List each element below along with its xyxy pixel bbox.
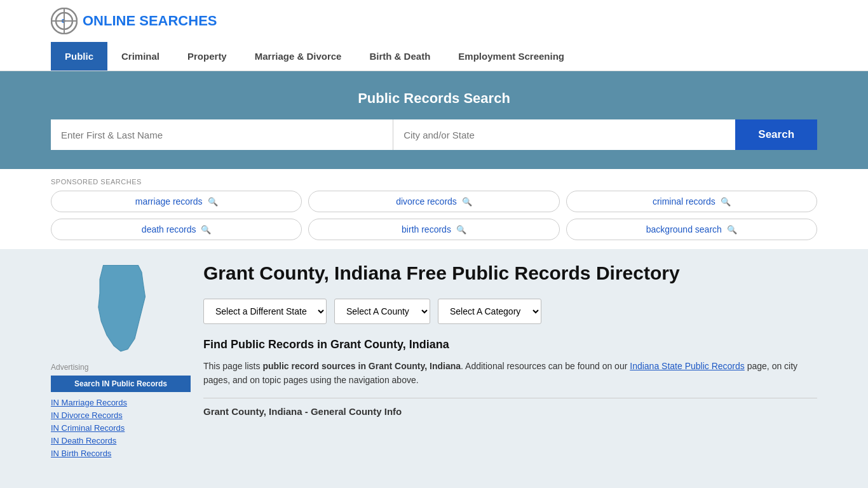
sidebar-link-birth[interactable]: IN Birth Records bbox=[51, 449, 111, 458]
state-map bbox=[86, 262, 156, 353]
search-icon-1: 🔍 bbox=[208, 197, 218, 207]
find-title: Find Public Records in Grant County, Ind… bbox=[203, 338, 817, 351]
sidebar-link-divorce[interactable]: IN Divorce Records bbox=[51, 410, 123, 420]
find-text-1: This page lists bbox=[203, 361, 262, 371]
ad-button[interactable]: Search IN Public Records bbox=[51, 376, 191, 392]
search-icon-4: 🔍 bbox=[201, 225, 211, 234]
sponsored-birth[interactable]: birth records 🔍 bbox=[308, 219, 559, 240]
nav-birth-death[interactable]: Birth & Death bbox=[355, 42, 444, 71]
search-icon-2: 🔍 bbox=[462, 197, 472, 207]
sponsored-section: SPONSORED SEARCHES marriage records 🔍 di… bbox=[0, 169, 868, 249]
ad-label: Advertising bbox=[51, 363, 191, 372]
nav-public[interactable]: Public bbox=[51, 42, 107, 71]
logo-searches: SEARCHES bbox=[139, 13, 217, 29]
logo-online: ONLINE bbox=[83, 13, 135, 29]
search-form: Search bbox=[51, 119, 817, 150]
sponsored-divorce-link[interactable]: divorce records bbox=[396, 196, 457, 207]
category-dropdown[interactable]: Select A Category bbox=[438, 299, 541, 324]
sponsored-criminal-link[interactable]: criminal records bbox=[653, 196, 715, 207]
sponsored-background[interactable]: background search 🔍 bbox=[566, 219, 817, 240]
sponsored-death-link[interactable]: death records bbox=[142, 224, 196, 234]
header: ONLINE SEARCHES bbox=[0, 0, 868, 42]
list-item: IN Marriage Records bbox=[51, 397, 191, 407]
nav-marriage-divorce[interactable]: Marriage & Divorce bbox=[241, 42, 356, 71]
list-item: IN Birth Records bbox=[51, 448, 191, 458]
logo-icon bbox=[51, 8, 78, 34]
list-item: IN Divorce Records bbox=[51, 410, 191, 420]
location-input[interactable] bbox=[393, 119, 735, 150]
sidebar-link-marriage[interactable]: IN Marriage Records bbox=[51, 398, 127, 407]
search-icon-3: 🔍 bbox=[721, 197, 731, 207]
sidebar-links: IN Marriage Records IN Divorce Records I… bbox=[51, 397, 191, 458]
article: Grant County, Indiana Free Public Record… bbox=[203, 262, 817, 488]
sponsored-label: SPONSORED SEARCHES bbox=[51, 178, 817, 186]
sidebar: Advertising Search IN Public Records IN … bbox=[51, 262, 191, 488]
nav-criminal[interactable]: Criminal bbox=[107, 42, 173, 71]
sidebar-link-criminal[interactable]: IN Criminal Records bbox=[51, 423, 125, 433]
nav-property[interactable]: Property bbox=[173, 42, 241, 71]
sponsored-marriage[interactable]: marriage records 🔍 bbox=[51, 191, 302, 212]
state-dropdown[interactable]: Select a Different State bbox=[203, 299, 327, 324]
sponsored-criminal[interactable]: criminal records 🔍 bbox=[566, 191, 817, 212]
sponsored-marriage-link[interactable]: marriage records bbox=[135, 196, 203, 207]
search-banner: Public Records Search Search bbox=[0, 71, 868, 169]
list-item: IN Criminal Records bbox=[51, 423, 191, 433]
main-nav: Public Criminal Property Marriage & Divo… bbox=[0, 42, 868, 71]
search-icon-6: 🔍 bbox=[727, 225, 737, 234]
indiana-link[interactable]: Indiana State Public Records bbox=[630, 361, 745, 371]
sponsored-grid: marriage records 🔍 divorce records 🔍 cri… bbox=[51, 191, 817, 249]
sponsored-divorce[interactable]: divorce records 🔍 bbox=[308, 191, 559, 212]
search-icon-5: 🔍 bbox=[456, 225, 466, 234]
name-input[interactable] bbox=[51, 119, 393, 150]
main-content: Advertising Search IN Public Records IN … bbox=[0, 249, 868, 488]
dropdowns-row: Select a Different State Select A County… bbox=[203, 299, 817, 324]
sponsored-background-link[interactable]: background search bbox=[646, 224, 722, 234]
logo: ONLINE SEARCHES bbox=[51, 8, 217, 34]
find-text: This page lists public record sources in… bbox=[203, 359, 817, 388]
sponsored-death[interactable]: death records 🔍 bbox=[51, 219, 302, 240]
county-dropdown[interactable]: Select A County bbox=[334, 299, 430, 324]
logo-wordmark: ONLINE SEARCHES bbox=[83, 13, 217, 29]
search-banner-title: Public Records Search bbox=[51, 90, 817, 107]
county-info-heading: Grant County, Indiana - General County I… bbox=[203, 398, 817, 417]
nav-employment[interactable]: Employment Screening bbox=[444, 42, 578, 71]
list-item: IN Death Records bbox=[51, 435, 191, 445]
sponsored-birth-link[interactable]: birth records bbox=[402, 224, 451, 234]
find-text-bold: public record sources in Grant County, I… bbox=[262, 361, 461, 371]
find-text-2: . Additional resources can be found on o… bbox=[461, 361, 630, 371]
sidebar-link-death[interactable]: IN Death Records bbox=[51, 436, 116, 445]
page-title: Grant County, Indiana Free Public Record… bbox=[203, 262, 817, 285]
search-button[interactable]: Search bbox=[735, 119, 817, 150]
